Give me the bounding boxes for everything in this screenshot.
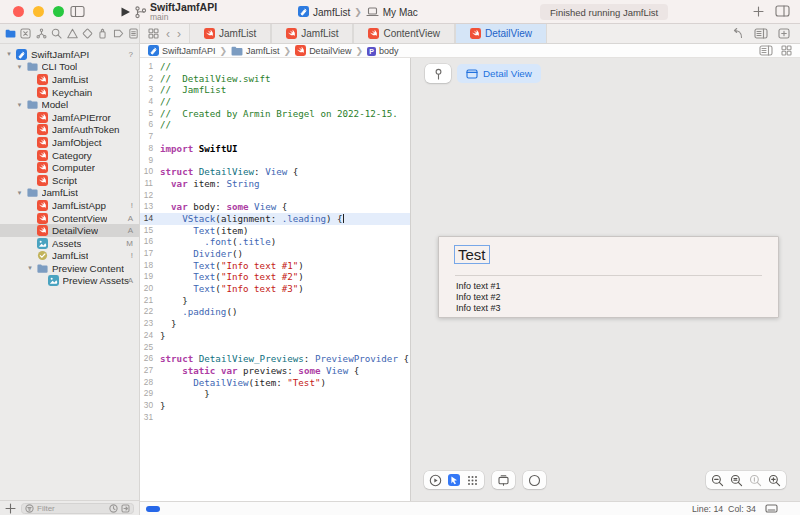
disclosure-triangle-icon[interactable]: ▾ — [16, 101, 24, 109]
pin-preview-button[interactable] — [425, 64, 451, 83]
code-line-19[interactable]: 19 Text("Info text #2") — [140, 271, 410, 283]
disclosure-triangle-icon[interactable]: ▾ — [5, 50, 13, 58]
reports-navigator-icon[interactable] — [128, 28, 139, 39]
code-line-21[interactable]: 21 } — [140, 295, 410, 307]
sidebar-item-script[interactable]: Script — [0, 174, 139, 187]
tab-jamflist[interactable]: JamfList — [271, 24, 353, 43]
code-line-15[interactable]: 15 Text(item) — [140, 225, 410, 237]
sidebar-item-jamflist[interactable]: JamfList — [0, 73, 139, 86]
related-items-icon[interactable] — [148, 28, 159, 39]
sidebar-item-computer[interactable]: Computer — [0, 161, 139, 174]
zoom-in-button[interactable] — [768, 474, 781, 487]
sidebar-item-preview-content[interactable]: ▾Preview Content — [0, 262, 139, 275]
sidebar-item-jamflist[interactable]: JamfList! — [0, 250, 139, 263]
code-line-7[interactable]: 7 — [140, 131, 410, 143]
code-line-6[interactable]: 6// — [140, 119, 410, 131]
tab-contentview[interactable]: ContentView — [353, 24, 455, 43]
code-line-9[interactable]: 9 — [140, 155, 410, 167]
code-line-27[interactable]: 27 static var previews: some View { — [140, 365, 410, 377]
preview-title-text[interactable]: Test — [454, 245, 490, 264]
sidebar-item-detailview[interactable]: DetailViewA — [0, 224, 139, 237]
zoom-fit-button[interactable] — [730, 474, 743, 487]
sidebar-item-jamflist[interactable]: ▾JamfList — [0, 187, 139, 200]
code-line-16[interactable]: 16 .font(.title) — [140, 236, 410, 248]
sidebar-item-jamfobject[interactable]: JamfObject — [0, 136, 139, 149]
scm-status-icon[interactable] — [121, 504, 130, 513]
code-line-13[interactable]: 13 var body: some View { — [140, 201, 410, 213]
disclosure-triangle-icon[interactable]: ▾ — [16, 189, 24, 197]
sidebar-item-jamfauthtoken[interactable]: JamfAuthToken — [0, 124, 139, 137]
code-line-3[interactable]: 3// JamfList — [140, 84, 410, 96]
disclosure-triangle-icon[interactable]: ▾ — [16, 63, 24, 71]
minimap-icon[interactable] — [759, 45, 773, 56]
preview-target-pill[interactable]: Detail View — [457, 64, 541, 83]
tests-navigator-icon[interactable] — [82, 28, 93, 39]
filter-field[interactable]: Filter — [21, 503, 134, 514]
code-line-4[interactable]: 4// — [140, 96, 410, 108]
breakpoints-navigator-icon[interactable] — [113, 28, 124, 39]
scheme-selector[interactable]: JamfList ❯ My Mac — [298, 4, 418, 20]
code-line-17[interactable]: 17 Divider() — [140, 248, 410, 260]
variants-button[interactable] — [466, 474, 479, 487]
preview-window[interactable]: Test Info text #1Info text #2Info text #… — [438, 236, 779, 318]
code-line-20[interactable]: 20 Text("Info text #3") — [140, 283, 410, 295]
code-line-24[interactable]: 24} — [140, 330, 410, 342]
tab-jamflist[interactable]: JamfList — [189, 24, 271, 43]
live-preview-button[interactable] — [429, 474, 442, 487]
code-line-2[interactable]: 2// DetailView.swift — [140, 73, 410, 85]
forward-icon[interactable]: › — [177, 28, 181, 40]
sidebar-item-contentview[interactable]: ContentViewA — [0, 212, 139, 225]
sidebar-item-model[interactable]: ▾Model — [0, 98, 139, 111]
code-line-26[interactable]: 26struct DetailView_Previews: PreviewPro… — [140, 353, 410, 365]
disclosure-triangle-icon[interactable]: ▾ — [26, 264, 34, 272]
code-line-10[interactable]: 10struct DetailView: View { — [140, 166, 410, 178]
project-navigator-icon[interactable] — [5, 28, 16, 39]
sidebar-toggle-icon[interactable] — [70, 5, 85, 18]
keyboard-icon[interactable] — [765, 504, 778, 513]
selectable-mode-button[interactable] — [448, 474, 460, 486]
code-line-11[interactable]: 11 var item: String — [140, 178, 410, 190]
device-settings-button[interactable] — [497, 474, 510, 487]
code-line-18[interactable]: 18 Text("Info text #1") — [140, 260, 410, 272]
sidebar-item-cli-tool[interactable]: ▾CLI Tool — [0, 61, 139, 74]
code-line-30[interactable]: 30} — [140, 400, 410, 412]
scroll-indicator[interactable] — [146, 506, 160, 512]
code-line-25[interactable]: 25 — [140, 342, 410, 354]
source-control-navigator-icon[interactable] — [20, 28, 31, 39]
sidebar-item-swiftjamfapi[interactable]: ▾SwiftJamfAPI? — [0, 48, 139, 61]
canvas-grid-icon[interactable] — [781, 45, 792, 56]
code-line-22[interactable]: 22 .padding() — [140, 306, 410, 318]
code-line-1[interactable]: 1// — [140, 61, 410, 73]
fullscreen-button[interactable] — [53, 6, 64, 17]
code-line-31[interactable]: 31 — [140, 412, 410, 424]
debug-navigator-icon[interactable] — [97, 28, 108, 39]
tab-detailview[interactable]: DetailView — [455, 24, 547, 43]
back-icon[interactable]: ‹ — [166, 28, 170, 40]
code-line-14[interactable]: 14 VStack(alignment: .leading) { — [140, 213, 410, 225]
find-navigator-icon[interactable] — [51, 28, 62, 39]
add-file-icon[interactable] — [5, 503, 16, 514]
breadcrumb-item-body[interactable]: Pbody — [367, 46, 399, 56]
code-line-29[interactable]: 29 } — [140, 388, 410, 400]
close-button[interactable] — [13, 6, 24, 17]
minimize-button[interactable] — [33, 6, 44, 17]
sidebar-item-jamflistapp[interactable]: JamfListApp! — [0, 199, 139, 212]
recent-files-icon[interactable] — [109, 504, 118, 513]
breadcrumb-item-jamflist[interactable]: JamfList — [231, 46, 280, 56]
code-line-12[interactable]: 12 — [140, 190, 410, 202]
library-add-icon[interactable] — [753, 6, 764, 17]
code-line-28[interactable]: 28 DetailView(item: "Test") — [140, 377, 410, 389]
sidebar-item-keychain[interactable]: Keychain — [0, 86, 139, 99]
add-editor-icon[interactable] — [778, 28, 790, 39]
zoom-out-button[interactable] — [711, 474, 724, 487]
editor-options-icon[interactable] — [754, 28, 768, 39]
breadcrumb-item-swiftjamfapi[interactable]: SwiftJamfAPI — [148, 45, 216, 56]
sidebar-item-preview-assets[interactable]: Preview AssetsA — [0, 275, 139, 288]
sidebar-item-jamfapierror[interactable]: JamfAPIError — [0, 111, 139, 124]
run-button[interactable] — [120, 6, 131, 18]
code-line-23[interactable]: 23 } — [140, 318, 410, 330]
symbols-navigator-icon[interactable] — [36, 28, 47, 39]
run-destination[interactable]: My Mac — [383, 7, 418, 18]
code-line-5[interactable]: 5// Created by Armin Briegel on 2022-12-… — [140, 108, 410, 120]
breadcrumb-item-detailview[interactable]: DetailView — [295, 45, 351, 56]
